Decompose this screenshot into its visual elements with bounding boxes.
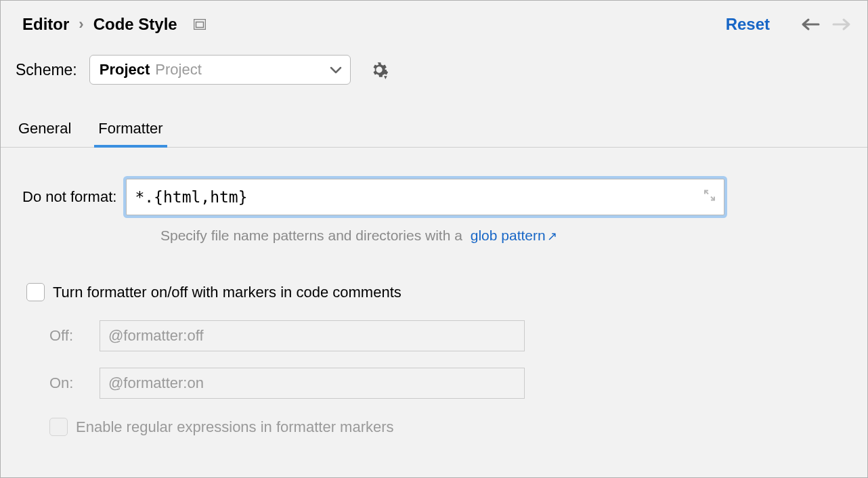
- external-link-icon: ↗: [547, 230, 557, 243]
- do-not-format-row: Do not format:: [22, 179, 842, 215]
- nav-back-icon[interactable]: [801, 18, 820, 31]
- markers-toggle-checkbox[interactable]: [26, 283, 45, 301]
- enable-regex-row: Enable regular expressions in formatter …: [22, 418, 842, 436]
- marker-on-label: On:: [49, 374, 95, 392]
- show-in-window-icon[interactable]: [194, 19, 206, 30]
- hint-text: Specify file name patterns and directori…: [160, 227, 462, 243]
- scheme-row: Scheme: Project Project: [1, 40, 867, 85]
- nav-forward-icon: [832, 18, 851, 31]
- reset-button[interactable]: Reset: [726, 15, 770, 34]
- enable-regex-label: Enable regular expressions in formatter …: [76, 418, 394, 436]
- breadcrumb-code-style[interactable]: Code Style: [93, 15, 177, 34]
- tab-bar: General Formatter: [1, 85, 867, 148]
- marker-off-input: [100, 320, 525, 351]
- tab-general[interactable]: General: [17, 120, 72, 147]
- scheme-secondary: Project: [155, 61, 201, 79]
- scheme-primary: Project: [100, 61, 150, 79]
- header-row: Editor › Code Style Reset: [1, 1, 867, 40]
- settings-panel: Editor › Code Style Reset Scheme: Projec…: [0, 0, 868, 478]
- do-not-format-hint: Specify file name patterns and directori…: [22, 227, 842, 244]
- tab-formatter[interactable]: Formatter: [97, 120, 164, 147]
- breadcrumb-separator: ›: [79, 16, 83, 33]
- enable-regex-checkbox: [49, 418, 68, 436]
- svg-marker-2: [384, 76, 387, 79]
- marker-off-row: Off:: [49, 320, 842, 351]
- markers-toggle-label: Turn formatter on/off with markers in co…: [53, 284, 402, 301]
- chevron-down-icon: [330, 62, 342, 78]
- scheme-label: Scheme:: [16, 61, 77, 79]
- do-not-format-label: Do not format:: [22, 188, 116, 206]
- marker-off-label: Off:: [49, 327, 95, 345]
- formatter-settings: Do not format: Specify file name pattern…: [1, 148, 867, 436]
- do-not-format-input-wrap: [126, 179, 724, 215]
- marker-fields: Off: On:: [22, 320, 842, 399]
- scheme-select[interactable]: Project Project: [89, 55, 351, 85]
- gear-icon[interactable]: [370, 60, 389, 79]
- glob-pattern-link[interactable]: glob pattern: [471, 227, 546, 243]
- marker-on-input: [100, 368, 525, 399]
- marker-on-row: On:: [49, 368, 842, 399]
- markers-toggle-row: Turn formatter on/off with markers in co…: [22, 283, 842, 301]
- svg-rect-1: [196, 22, 203, 28]
- breadcrumb: Editor › Code Style: [22, 15, 206, 34]
- do-not-format-input[interactable]: [126, 179, 724, 215]
- expand-icon[interactable]: [703, 189, 716, 206]
- breadcrumb-editor[interactable]: Editor: [22, 15, 69, 34]
